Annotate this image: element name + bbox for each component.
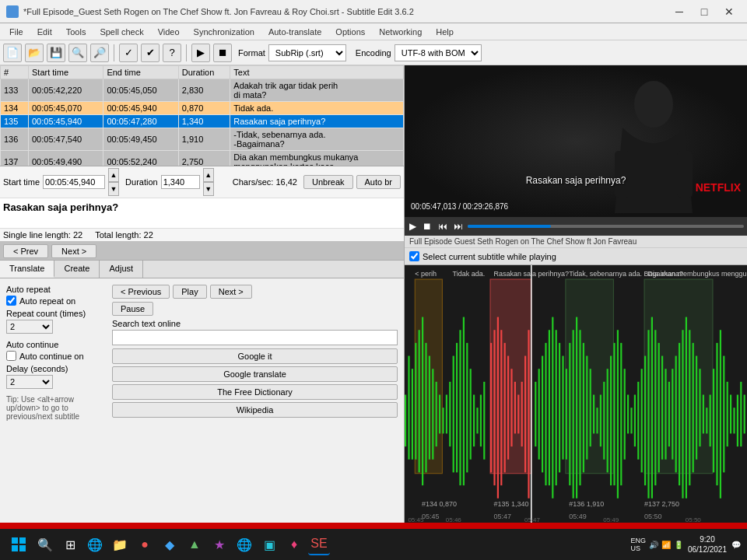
- vc-play[interactable]: ▶: [408, 221, 418, 232]
- next-button[interactable]: Next >: [51, 244, 96, 258]
- subtitle-table-container[interactable]: # Start time End time Duration Text 1330…: [0, 65, 404, 166]
- svg-rect-14: [422, 317, 423, 485]
- svg-text:05:49: 05:49: [569, 513, 587, 520]
- taskbar-notification[interactable]: 💬: [731, 541, 741, 549]
- svg-rect-12: [415, 343, 416, 460]
- menu-options[interactable]: Options: [329, 26, 371, 38]
- menu-file[interactable]: File: [3, 26, 30, 38]
- menu-tools[interactable]: Tools: [60, 26, 93, 38]
- app4-taskbar[interactable]: ★: [209, 534, 230, 555]
- tab-adjust[interactable]: Adjust: [100, 261, 143, 278]
- table-row[interactable]: 13600:05:47,54000:05:49,4501,910-Tidak, …: [1, 128, 404, 151]
- delay-select[interactable]: 2: [6, 375, 53, 389]
- toolbar-spell[interactable]: ✓: [119, 44, 138, 62]
- table-row[interactable]: 13300:05:42,22000:05:45,0502,830Adakah t…: [1, 79, 404, 102]
- search-taskbar[interactable]: 🔍: [34, 534, 56, 555]
- search-input[interactable]: [112, 330, 398, 345]
- close-button[interactable]: ✕: [717, 4, 741, 19]
- taskbar-volume[interactable]: 🔊: [649, 541, 658, 549]
- app6-taskbar[interactable]: ♦: [283, 534, 305, 555]
- subtitle-table: # Start time End time Duration Text 1330…: [0, 65, 404, 166]
- svg-rect-77: [644, 356, 646, 486]
- pause-btn[interactable]: Pause: [112, 302, 153, 316]
- waveform-container[interactable]: < perih Tidak ada. Rasakan saja perihnya…: [405, 265, 747, 524]
- maximize-button[interactable]: □: [693, 4, 716, 19]
- app5-taskbar[interactable]: ▣: [258, 534, 280, 555]
- duration-label: Duration: [125, 177, 158, 187]
- edge-taskbar[interactable]: 🌐: [84, 534, 106, 555]
- app3-taskbar[interactable]: ▲: [184, 534, 205, 555]
- table-row[interactable]: 13500:05:45,94000:05:47,2801,340Rasakan …: [1, 115, 404, 128]
- menu-synchronization[interactable]: Synchronization: [188, 26, 261, 38]
- edit-area: Start time ▲ ▼ Duration ▲ ▼ Chars/sec: 1…: [0, 166, 404, 261]
- duration-down[interactable]: ▼: [203, 182, 214, 196]
- app2-taskbar[interactable]: ◆: [159, 534, 181, 555]
- duration-up[interactable]: ▲: [203, 168, 214, 182]
- toolbar-new[interactable]: 📄: [3, 44, 22, 62]
- vc-progress[interactable]: [468, 225, 744, 228]
- google-translate-btn[interactable]: Google translate: [112, 366, 398, 382]
- tab-translate[interactable]: Translate: [0, 261, 54, 278]
- translate-left: Auto repeat Auto repeat on Repeat count …: [6, 285, 100, 421]
- subtitle-edit-taskbar[interactable]: SE: [308, 534, 330, 555]
- minimize-button[interactable]: ─: [668, 4, 691, 19]
- svg-text:Dia akan membungkus menggunaka: Dia akan membungkus menggunakan kertas k…: [647, 270, 747, 278]
- menu-edit[interactable]: Edit: [31, 26, 58, 38]
- repeat-count-select[interactable]: 2: [6, 320, 53, 334]
- toolbar-help[interactable]: ?: [163, 44, 181, 62]
- toolbar-save[interactable]: 💾: [47, 44, 65, 62]
- svg-rect-53: [562, 356, 563, 460]
- start-button[interactable]: [6, 532, 31, 557]
- toolbar-search[interactable]: 🔍: [68, 44, 87, 62]
- tab-create[interactable]: Create: [54, 261, 100, 278]
- menu-video[interactable]: Video: [152, 26, 186, 38]
- vc-fwd[interactable]: ⏭: [452, 221, 465, 232]
- prev-btn[interactable]: < Previous: [112, 285, 170, 299]
- auto-br-button[interactable]: Auto br: [356, 175, 401, 189]
- app1-taskbar[interactable]: ●: [134, 534, 156, 555]
- table-row[interactable]: 13700:05:49,49000:05:52,2402,750Dia akan…: [1, 151, 404, 167]
- start-time-up[interactable]: ▲: [108, 168, 119, 182]
- svg-rect-86: [675, 356, 677, 473]
- col-text: Text: [230, 66, 404, 79]
- free-dict-btn[interactable]: The Free Dictionary: [112, 384, 398, 400]
- play-btn[interactable]: Play: [173, 285, 206, 299]
- chrome-taskbar[interactable]: 🌐: [233, 534, 255, 555]
- toolbar-open[interactable]: 📂: [25, 44, 44, 62]
- file-taskbar[interactable]: 📁: [109, 534, 131, 555]
- auto-continue-on-checkbox[interactable]: [6, 351, 16, 361]
- taskbar-network[interactable]: 📶: [661, 541, 671, 549]
- vc-stop[interactable]: ⏹: [421, 221, 433, 232]
- toolbar-replace[interactable]: 🔎: [90, 44, 109, 62]
- duration-input[interactable]: [161, 175, 200, 189]
- toolbar-check[interactable]: ✔: [141, 44, 160, 62]
- table-row[interactable]: 13400:05:45,07000:05:45,9400,870Tidak ad…: [1, 102, 404, 115]
- svg-rect-43: [524, 356, 526, 473]
- toolbar-video-1[interactable]: ▶: [191, 44, 210, 62]
- menu-autotranslate[interactable]: Auto-translate: [262, 26, 328, 38]
- next-btn-trans[interactable]: Next >: [210, 285, 252, 299]
- auto-repeat-on-checkbox[interactable]: [6, 296, 16, 306]
- start-time-input[interactable]: [43, 175, 105, 189]
- menu-spellcheck[interactable]: Spell check: [93, 26, 149, 38]
- google-it-btn[interactable]: Google it: [112, 348, 398, 364]
- video-controls: ▶ ⏹ ⏮ ⏭: [405, 217, 747, 236]
- svg-rect-44: [528, 330, 529, 498]
- taskview-taskbar[interactable]: ⊞: [59, 534, 81, 555]
- format-select[interactable]: SubRip (.srt): [268, 44, 346, 61]
- vc-back[interactable]: ⏮: [437, 221, 449, 232]
- svg-rect-89: [686, 317, 687, 499]
- select-playing-checkbox[interactable]: [409, 251, 419, 261]
- prev-button[interactable]: < Prev: [3, 244, 48, 258]
- start-time-down[interactable]: ▼: [108, 182, 119, 196]
- encoding-select[interactable]: UTF-8 with BOM: [395, 44, 482, 61]
- menu-networking[interactable]: Networking: [373, 26, 428, 38]
- unbreak-button[interactable]: Unbreak: [303, 175, 353, 189]
- menu-help[interactable]: Help: [430, 26, 460, 38]
- taskbar-battery[interactable]: 🔋: [674, 541, 683, 549]
- subtitle-textarea[interactable]: Rasakan saja perihnya?: [0, 198, 404, 229]
- tip-text: Tip: Use <alt+arrow up/down> to go to pr…: [6, 395, 100, 421]
- toolbar-video-2[interactable]: ⏹: [213, 44, 232, 62]
- taskbar-clock[interactable]: 9:20 06/12/2021: [688, 534, 727, 555]
- wikipedia-btn[interactable]: Wikipedia: [112, 402, 398, 418]
